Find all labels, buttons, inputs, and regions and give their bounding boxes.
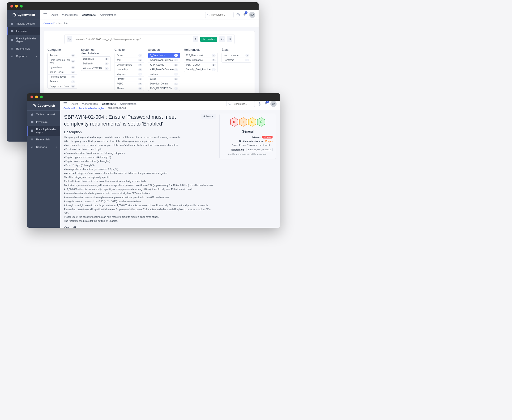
nav-conformite[interactable]: Conformité	[82, 14, 96, 16]
notifications[interactable]: 2	[243, 13, 246, 17]
avatar[interactable]: MA	[249, 12, 255, 18]
sidebar: Cyberwatch Tableau de bord Inventaire En…	[7, 10, 40, 19]
nav-admin[interactable]: Administration	[100, 14, 116, 16]
nav-vulns[interactable]: Vulnérabilités	[62, 14, 78, 16]
brand-logo[interactable]: Cyberwatch	[7, 10, 40, 19]
notification-badge: 2	[245, 11, 247, 14]
help-icon[interactable]: ?	[237, 13, 240, 16]
window-inventory: Cyberwatch Tableau de bord Inventaire En…	[7, 2, 259, 19]
search-icon	[207, 13, 210, 16]
titlebar	[7, 2, 259, 10]
svg-text:?: ?	[237, 14, 239, 16]
svg-point-1	[14, 14, 15, 15]
minimize-dot[interactable]	[15, 5, 18, 8]
search-input[interactable]	[211, 14, 230, 16]
svg-point-4	[207, 14, 209, 15]
brand-text: Cyberwatch	[17, 13, 35, 16]
brand-icon	[12, 13, 16, 17]
search-box[interactable]	[205, 12, 234, 18]
hamburger-icon[interactable]	[44, 14, 47, 16]
topbar: Actifs Vulnérabilités Conformité Adminis…	[40, 10, 259, 19]
close-dot[interactable]	[10, 5, 13, 8]
nav-actifs[interactable]: Actifs	[52, 14, 58, 16]
maximize-dot[interactable]	[20, 5, 23, 8]
